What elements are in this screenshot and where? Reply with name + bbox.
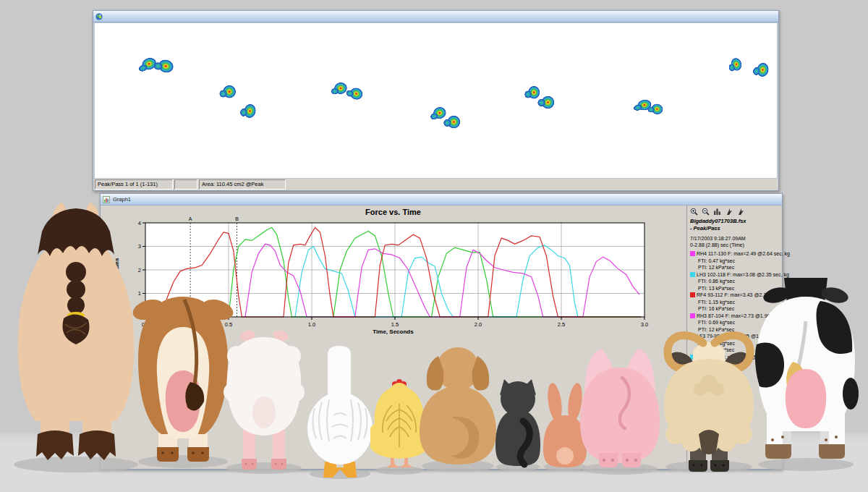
stage: Peak/Pass 1 of 1 (1-131) Area: 110.45 cm…: [0, 0, 868, 492]
svg-text:1.0: 1.0: [308, 321, 315, 328]
rabbit-tail: [556, 447, 574, 465]
legend-text: FTI: 0.69 kg*sec: [698, 319, 735, 326]
paw-print[interactable]: [650, 102, 666, 117]
golden-dog-illustration: [417, 344, 500, 472]
paw-print[interactable]: [445, 114, 463, 132]
ram-illustration: [658, 327, 760, 473]
svg-text:2.0: 2.0: [475, 321, 482, 328]
legend-swatch: [690, 272, 695, 277]
lamb-illustration: [221, 327, 307, 475]
columns-icon[interactable]: [713, 208, 721, 216]
status-bar: Peak/Pass 1 of 1 (1-131) Area: 110.45 cm…: [93, 179, 778, 190]
black-cat-illustration: [493, 378, 543, 472]
legend-swatch: [690, 292, 695, 297]
legend-row: PTI: 12 kPa*sec: [690, 264, 781, 271]
paw-print[interactable]: [156, 57, 178, 77]
legend-row: LH3 102-118 F: max=3.08 @2.35 sec, kg: [690, 271, 781, 279]
panel-toolbar: [690, 207, 781, 216]
paw-print[interactable]: [346, 85, 367, 104]
paw-print[interactable]: [242, 102, 259, 122]
scan-window-titlebar[interactable]: [93, 11, 778, 22]
status-spacer: [174, 179, 197, 190]
status-area: Area: 110.45 cm2 @Peak: [199, 179, 286, 190]
horse-hoof: [36, 430, 74, 460]
lamb-tail: [252, 396, 276, 428]
file-mode: - Peak/Pass: [690, 225, 781, 232]
zoom-out-icon[interactable]: [702, 208, 710, 216]
horse-shadow: [14, 457, 138, 472]
legend-text: PTI: 12 kPa*sec: [698, 264, 734, 271]
pig-illustration: [577, 346, 663, 475]
svg-text:1.5: 1.5: [391, 321, 399, 328]
graph-window-titlebar[interactable]: Graph1: [101, 194, 782, 205]
svg-text:A: A: [189, 216, 192, 221]
cursor-b-icon[interactable]: [736, 208, 744, 216]
paw-scan-icon: [95, 13, 103, 20]
legend-text: FTI: 1.15 kg*sec: [698, 299, 735, 306]
legend-row: FTI: 0.47 kg*sec: [690, 258, 781, 265]
goose-body: [307, 392, 373, 465]
horse-illustration: [7, 201, 141, 475]
legend-text: FTI: 0.86 kg*sec: [698, 278, 735, 285]
legend-text: FTI: 0.47 kg*sec: [698, 258, 735, 265]
legend-text: LH3 102-118 F: max=3.08 @2.35 sec, kg: [697, 271, 789, 279]
svg-text:B: B: [235, 216, 239, 221]
holstein-cow-illustration: [751, 278, 861, 472]
paw-print[interactable]: [539, 94, 558, 114]
legend-text: RH4 117-130 F: max=2.49 @2.64 sec, kg: [697, 250, 790, 258]
legend-text: PTI: 13 kPa*sec: [698, 285, 734, 292]
paw-print[interactable]: [222, 85, 238, 101]
paw-print-canvas[interactable]: [94, 22, 778, 179]
cursor-a-icon[interactable]: [725, 208, 733, 216]
dog-body: [420, 386, 496, 465]
paw-print[interactable]: [754, 61, 772, 80]
cow-patch: [843, 378, 859, 410]
legend-row: RH4 117-130 F: max=2.49 @2.64 sec, kg: [690, 250, 781, 258]
cow-udder: [786, 369, 827, 428]
svg-text:3.0: 3.0: [641, 321, 648, 328]
horse-mane: [38, 208, 114, 256]
file-name: Bigdaddy071703B.fsx: [690, 218, 781, 225]
paw-print[interactable]: [728, 56, 745, 75]
goose-illustration: [306, 346, 375, 480]
status-peak-pass: Peak/Pass 1 of 1 (1-131): [95, 179, 173, 190]
time-range: 0-2.88 (2.88) sec (Time): [690, 242, 781, 248]
cow-hoof: [819, 444, 845, 459]
brown-calf-illustration: [132, 284, 234, 470]
legend-text: PTI: 16 kPa*sec: [698, 305, 734, 313]
ram-tail: [699, 430, 719, 454]
scan-window: Peak/Pass 1 of 1 (1-131) Area: 110.45 cm…: [93, 10, 779, 191]
legend-swatch: [690, 251, 695, 256]
horse-hoof: [78, 430, 116, 460]
zoom-in-icon[interactable]: [690, 208, 698, 216]
file-timestamp: 7/17/2003 9:18:27.09AM: [690, 235, 781, 242]
legend-swatch: [690, 313, 695, 318]
cow-hoof: [765, 444, 791, 459]
svg-text:2.5: 2.5: [558, 321, 565, 328]
